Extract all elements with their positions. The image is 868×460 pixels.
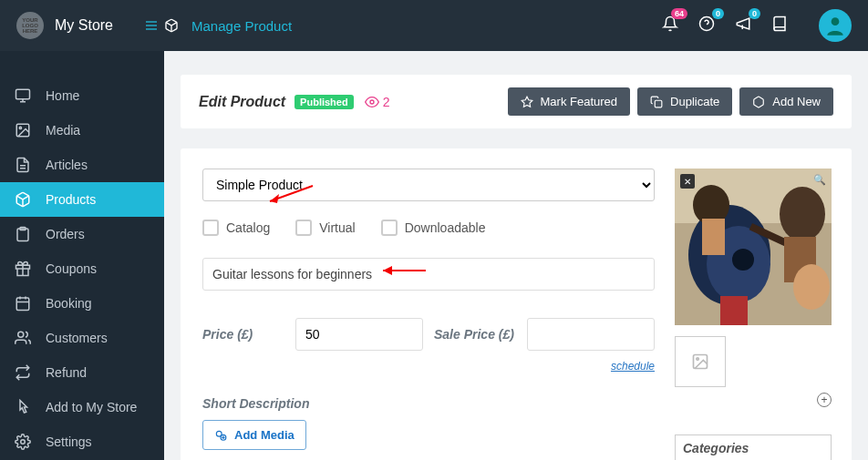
sidebar-item-addtostore[interactable]: Add to My Store [0, 390, 164, 424]
image-icon [689, 353, 711, 371]
book-icon[interactable] [771, 15, 788, 36]
sidebar-item-label: Booking [46, 296, 92, 311]
sidebar-item-refund[interactable]: Refund [0, 355, 164, 390]
duplicate-button[interactable]: Duplicate [637, 87, 732, 116]
sale-price-label: Sale Price (£) [434, 327, 516, 342]
sidebar-item-products[interactable]: Products [0, 182, 164, 217]
categories-header: Categories [676, 435, 831, 460]
zoom-icon[interactable]: 🔍 [813, 174, 828, 189]
gear-icon [15, 434, 31, 450]
eye-icon [365, 95, 379, 109]
svg-point-47 [793, 264, 830, 310]
bell-icon[interactable]: 64 [662, 15, 678, 36]
gallery-thumb-placeholder[interactable] [675, 336, 726, 387]
product-type-select[interactable]: Simple Product [202, 169, 655, 201]
page-title: Edit Product [199, 94, 285, 110]
sidebar-item-coupons[interactable]: Coupons [0, 251, 164, 286]
sale-price-input[interactable] [527, 318, 655, 351]
sidebar-item-label: Media [46, 123, 80, 138]
sidebar-item-label: Customers [46, 331, 108, 345]
sidebar-item-label: Settings [46, 434, 92, 449]
calendar-icon [15, 295, 31, 312]
help-badge: 0 [712, 8, 724, 19]
sidebar: Home Media Articles Products Orders Coup… [0, 51, 164, 460]
star-icon [521, 96, 533, 108]
help-icon[interactable]: 0 [698, 15, 715, 36]
short-desc-label: Short Description [202, 396, 655, 411]
svg-rect-29 [655, 100, 662, 107]
mark-featured-button[interactable]: Mark Featured [508, 87, 631, 116]
form-card: Simple Product Catalog Virtual Downloada… [181, 148, 852, 460]
logo: YOUR LOGO HERE [16, 12, 44, 39]
svg-rect-19 [16, 298, 29, 311]
svg-point-27 [370, 100, 374, 104]
image-icon [15, 122, 31, 138]
sidebar-item-orders[interactable]: Orders [0, 217, 164, 251]
sidebar-item-label: Orders [46, 227, 85, 241]
sidebar-item-settings[interactable]: Settings [0, 424, 164, 459]
virtual-checkbox[interactable]: Virtual [295, 220, 355, 236]
status-badge: Published [294, 95, 354, 109]
downloadable-checkbox[interactable]: Downloadable [381, 220, 486, 236]
cube-icon [752, 96, 765, 108]
svg-point-23 [18, 332, 24, 337]
clipboard-icon [15, 226, 31, 242]
svg-point-40 [732, 249, 754, 271]
users-icon [15, 330, 31, 346]
file-icon [15, 157, 31, 173]
copy-icon [650, 96, 663, 108]
sidebar-item-customers[interactable]: Customers [0, 321, 164, 355]
svg-rect-46 [720, 296, 748, 325]
gift-icon [15, 261, 31, 277]
pointer-icon [15, 399, 31, 415]
svg-marker-28 [522, 97, 532, 107]
views-count: 2 [365, 95, 390, 109]
categories-panel: Categories [675, 434, 832, 460]
sidebar-item-label: Articles [46, 158, 88, 172]
page-header-card: Edit Product Published 2 Mark Featured D… [181, 75, 852, 128]
megaphone-icon[interactable]: 0 [735, 15, 751, 36]
hamburger-icon[interactable] [144, 18, 159, 33]
avatar[interactable] [819, 9, 852, 42]
product-name-input[interactable] [202, 258, 655, 291]
catalog-checkbox[interactable]: Catalog [202, 220, 270, 236]
add-new-button[interactable]: Add New [739, 87, 833, 116]
svg-point-6 [832, 17, 840, 26]
schedule-link[interactable]: schedule [611, 360, 655, 373]
sidebar-item-label: Products [46, 192, 96, 207]
cube-icon [164, 18, 179, 33]
price-input[interactable] [295, 318, 423, 351]
svg-point-44 [780, 187, 825, 241]
monitor-icon [15, 87, 31, 104]
price-label: Price (£) [202, 327, 284, 342]
sidebar-item-articles[interactable]: Articles [0, 148, 164, 182]
cube-icon [15, 191, 31, 208]
breadcrumb-manage-product[interactable]: Manage Product [191, 18, 292, 34]
remove-image-icon[interactable]: ✕ [680, 174, 695, 189]
product-image[interactable]: ✕ 🔍 [675, 169, 832, 325]
sidebar-item-label: Coupons [46, 261, 97, 276]
notif-badge: 64 [671, 8, 687, 19]
sidebar-item-label: Add to My Store [46, 400, 137, 414]
sidebar-item-label: Refund [46, 365, 87, 380]
media-icon [214, 429, 227, 442]
sidebar-item-media[interactable]: Media [0, 113, 164, 148]
add-media-button[interactable]: Add Media [202, 420, 306, 450]
svg-point-49 [697, 358, 699, 361]
sidebar-item-home[interactable]: Home [0, 78, 164, 113]
sidebar-item-booking[interactable]: Booking [0, 286, 164, 321]
sidebar-item-label: Home [46, 88, 79, 103]
svg-point-24 [21, 440, 26, 445]
svg-rect-7 [16, 89, 30, 99]
add-gallery-icon[interactable]: + [817, 393, 832, 407]
store-name: My Store [55, 17, 113, 34]
svg-rect-43 [702, 219, 725, 255]
promo-badge: 0 [749, 8, 760, 19]
refresh-icon [15, 364, 31, 381]
svg-point-11 [19, 127, 21, 128]
